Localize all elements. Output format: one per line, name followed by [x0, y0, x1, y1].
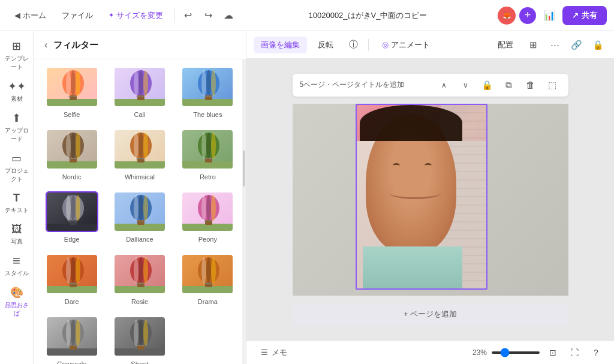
- svg-point-95: [143, 257, 148, 284]
- memo-button[interactable]: ☰ メモ: [256, 345, 292, 360]
- flip-button[interactable]: 反転: [311, 37, 341, 53]
- edit-image-label: 画像を編集: [261, 40, 300, 50]
- text-label: テキスト: [5, 206, 29, 215]
- file-button[interactable]: ファイル: [55, 7, 100, 25]
- filter-item-peony[interactable]: Peony: [174, 186, 241, 248]
- sidebar-icons: ⊞ テンプレート ✦✦ 素材 ⬆ アップロード ▭ プロジェクト T テキスト …: [0, 31, 34, 364]
- filter-label-nordic: Nordic: [62, 173, 82, 181]
- canvas-page[interactable]: ↻ ⊕: [293, 104, 568, 296]
- filter-item-blues[interactable]: The blues: [174, 62, 241, 123]
- svg-rect-100: [182, 286, 234, 294]
- filter-item-edge[interactable]: Edge: [38, 186, 105, 248]
- animate-button[interactable]: ◎ アニメート: [375, 37, 437, 53]
- filter-label-dare: Dare: [65, 298, 79, 305]
- grid-button[interactable]: ⋯: [546, 36, 564, 54]
- home-button[interactable]: ◀ ホーム: [7, 7, 53, 25]
- add-page-button[interactable]: + ページを追加: [293, 303, 568, 326]
- topbar: ◀ ホーム ファイル ✦ サイズを変更 ↩ ↪ ☁ 10020002_はがきV_…: [0, 0, 614, 31]
- filter-item-nordic[interactable]: Nordic: [38, 124, 105, 185]
- canvas-image[interactable]: ↻ ⊕: [356, 104, 487, 290]
- material-icon: ✦✦: [8, 80, 26, 93]
- stats-button[interactable]: 📊: [540, 6, 559, 25]
- lock-icon: 🔒: [592, 40, 604, 50]
- filter-item-whimsical[interactable]: Whimsical: [106, 124, 173, 185]
- filter-thumb-whimsical: [113, 129, 166, 170]
- filter-back-button[interactable]: ‹: [43, 38, 49, 52]
- sidebar-item-project[interactable]: ▭ プロジェクト: [2, 148, 31, 187]
- fit-button[interactable]: ⊡: [544, 344, 561, 361]
- page-lock-button[interactable]: 🔒: [478, 76, 496, 94]
- style-label: スタイル: [5, 269, 29, 278]
- svg-point-48: [201, 133, 206, 159]
- filter-item-dare[interactable]: Dare: [38, 249, 105, 310]
- filter-item-greyscale[interactable]: Greyscale: [38, 311, 105, 364]
- brand-icon: 🎨: [10, 286, 23, 299]
- share-button[interactable]: ↗ 共有: [562, 6, 607, 25]
- add-button[interactable]: +: [519, 7, 536, 24]
- page-more-button[interactable]: ⬚: [543, 76, 561, 94]
- page-delete-button[interactable]: 🗑: [522, 76, 540, 94]
- avatar: 🦊: [498, 7, 516, 25]
- canvas-area[interactable]: 5ページ・ページタイトルを追加 ∧ ∨ 🔒 ⧉ 🗑 ⬚: [246, 59, 614, 340]
- add-page-label: + ページを追加: [404, 309, 457, 318]
- filter-thumb-dare: [46, 254, 98, 294]
- eye-right: [425, 163, 432, 168]
- svg-point-120: [134, 320, 139, 346]
- resize-label: サイズを変更: [116, 10, 163, 21]
- filter-item-cali[interactable]: Cali: [106, 62, 173, 123]
- file-label: ファイル: [62, 10, 93, 21]
- svg-point-103: [206, 257, 211, 284]
- photo-icon: 🖼: [11, 223, 22, 236]
- sidebar-item-upload[interactable]: ⬆ アップロード: [2, 108, 31, 147]
- sidebar-item-material[interactable]: ✦✦ 素材: [2, 76, 31, 107]
- share-icon: ↗: [572, 11, 579, 20]
- zoom-percent: 23%: [472, 348, 487, 357]
- filter-label-retro: Retro: [200, 173, 216, 181]
- page-copy-button[interactable]: ⧉: [500, 76, 518, 94]
- filter-item-street[interactable]: Street: [106, 311, 173, 364]
- filter-item-selfie[interactable]: Selfie: [38, 62, 105, 123]
- lock-button[interactable]: 🔒: [589, 36, 607, 54]
- layout-button[interactable]: ⊞: [524, 36, 542, 54]
- filter-item-rosie[interactable]: Rosie: [106, 249, 173, 310]
- help-button[interactable]: ?: [588, 344, 604, 361]
- link-button[interactable]: 🔗: [567, 36, 585, 54]
- scroll-track[interactable]: [242, 59, 246, 364]
- undo-button[interactable]: ↩: [178, 6, 197, 25]
- filter-label-cali: Cali: [134, 111, 146, 118]
- material-label: 素材: [11, 95, 23, 103]
- resize-button[interactable]: ✦ サイズを変更: [101, 7, 170, 25]
- topbar-divider: [174, 8, 174, 23]
- svg-rect-37: [115, 161, 166, 170]
- bottom-bar: ☰ メモ 23% ⊡ ⛶ ?: [246, 340, 614, 364]
- hair: [360, 105, 462, 141]
- plus-icon: +: [525, 9, 531, 22]
- redo-button[interactable]: ↪: [198, 6, 218, 25]
- filter-item-drama[interactable]: Drama: [174, 249, 241, 310]
- arrange-button[interactable]: 配置: [490, 37, 520, 53]
- sidebar-item-photo[interactable]: 🖼 写真: [2, 219, 31, 249]
- svg-rect-55: [47, 224, 98, 232]
- cloud-icon: ☁: [224, 10, 233, 21]
- toolbar-strip: 画像を編集 反転 ⓘ ◎ アニメート 配置 ⊞ ⋯: [246, 31, 614, 59]
- page-collapse-button[interactable]: ∧: [435, 76, 453, 94]
- sidebar-item-style[interactable]: ≡ スタイル: [2, 251, 31, 281]
- edit-image-button[interactable]: 画像を編集: [254, 37, 307, 53]
- info-button[interactable]: ⓘ: [344, 36, 362, 54]
- page-expand-button[interactable]: ∨: [457, 76, 475, 94]
- filter-thumb-nordic: [46, 129, 98, 170]
- topbar-actions: 🦊 + 📊 ↗ 共有: [498, 6, 607, 25]
- svg-point-93: [134, 257, 139, 284]
- sidebar-item-template[interactable]: ⊞ テンプレート: [2, 36, 31, 75]
- flip-label: 反転: [318, 40, 333, 50]
- sidebar-item-brand[interactable]: 🎨 品思おさば: [2, 282, 31, 321]
- svg-point-31: [71, 133, 76, 159]
- filter-item-retro[interactable]: Retro: [174, 124, 241, 185]
- right-area: 画像を編集 反転 ⓘ ◎ アニメート 配置 ⊞ ⋯: [246, 31, 614, 364]
- upload-label: アップロード: [5, 127, 29, 143]
- sidebar-item-text[interactable]: T テキスト: [2, 188, 31, 218]
- zoom-slider[interactable]: [492, 351, 540, 354]
- cloud-button[interactable]: ☁: [219, 6, 238, 25]
- filter-item-dalliance[interactable]: Dalliance: [106, 186, 173, 248]
- fullscreen-button[interactable]: ⛶: [566, 344, 583, 361]
